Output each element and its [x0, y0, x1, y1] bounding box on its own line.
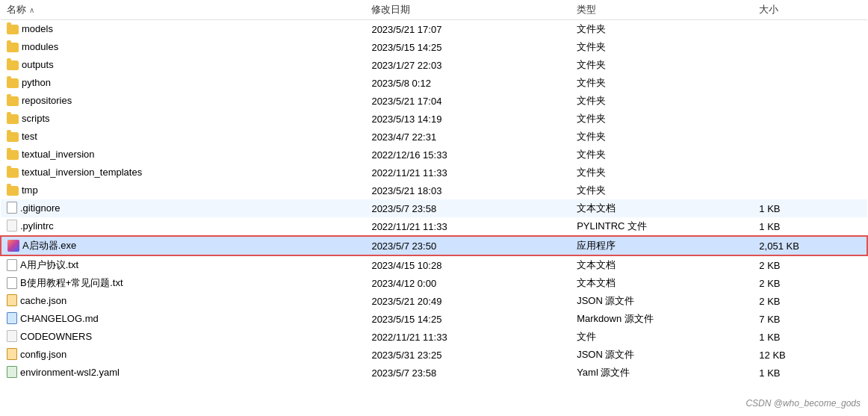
file-date: 2023/5/7 23:50: [365, 236, 571, 255]
file-icon-txt: [7, 277, 17, 289]
file-name-cell: models: [1, 20, 365, 39]
file-date: 2023/5/8 0:12: [365, 74, 571, 92]
file-name: A用户协议.txt: [20, 259, 78, 270]
col-header-name[interactable]: 名称 ∧: [1, 0, 365, 20]
file-name: python: [22, 77, 51, 88]
table-row[interactable]: tmp2023/5/21 18:03文件夹: [1, 181, 867, 199]
file-date: 2022/11/21 11:33: [365, 217, 571, 236]
file-name: .pylintrc: [20, 220, 54, 232]
table-row[interactable]: outputs2023/1/27 22:03文件夹: [1, 56, 867, 74]
file-type: 文件夹: [571, 181, 753, 199]
col-header-type[interactable]: 类型: [571, 0, 753, 20]
folder-icon: [7, 168, 19, 178]
file-name-cell: scripts: [1, 110, 365, 128]
file-date: 2023/5/15 14:25: [365, 310, 571, 328]
file-date: 2023/1/27 22:03: [365, 56, 571, 74]
file-name: A启动器.exe: [22, 240, 76, 251]
table-row[interactable]: textual_inversion2022/12/16 15:33文件夹: [1, 146, 867, 164]
file-name: cache.json: [20, 295, 66, 306]
file-icon-json: [7, 348, 17, 360]
file-icon-no-ext: [7, 330, 17, 342]
file-name-cell: environment-wsl2.yaml: [1, 364, 365, 382]
file-date: 2023/4/15 10:28: [365, 255, 571, 274]
file-name: textual_inversion_templates: [22, 167, 142, 178]
file-date: 2023/5/21 17:04: [365, 92, 571, 110]
file-date: 2023/5/21 17:07: [365, 20, 571, 39]
table-row[interactable]: B使用教程+常见问题.txt2023/4/12 0:00文本文档2 KB: [1, 274, 867, 292]
file-type: 文件夹: [571, 92, 753, 110]
file-date: 2022/11/21 11:33: [365, 164, 571, 181]
table-row[interactable]: A启动器.exe2023/5/7 23:50应用程序2,051 KB: [1, 236, 867, 255]
table-row[interactable]: models2023/5/21 17:07文件夹: [1, 20, 867, 39]
file-name: environment-wsl2.yaml: [20, 367, 120, 378]
file-name: test: [22, 131, 37, 142]
table-row[interactable]: scripts2023/5/13 14:19文件夹: [1, 110, 867, 128]
table-row[interactable]: cache.json2023/5/21 20:49JSON 源文件2 KB: [1, 292, 867, 310]
file-name: B使用教程+常见问题.txt: [20, 277, 123, 288]
file-type: 文件夹: [571, 110, 753, 128]
file-size: [753, 110, 867, 128]
table-row[interactable]: repositories2023/5/21 17:04文件夹: [1, 92, 867, 110]
file-name: CHANGELOG.md: [20, 313, 99, 324]
file-icon-json: [7, 294, 17, 306]
folder-icon: [7, 25, 19, 34]
file-type: 文件夹: [571, 38, 753, 56]
file-name-cell: repositories: [1, 92, 365, 110]
sort-arrow-name: ∧: [29, 6, 34, 14]
file-type: 文本文档: [571, 255, 753, 274]
file-size: 2,051 KB: [753, 236, 867, 255]
app-icon: [7, 240, 19, 252]
file-name: tmp: [22, 184, 38, 196]
file-name: modules: [22, 41, 58, 52]
file-size: [753, 128, 867, 146]
col-header-size[interactable]: 大小: [753, 0, 867, 20]
file-name-cell: CODEOWNERS: [1, 328, 365, 346]
table-row[interactable]: .gitignore2023/5/7 23:58文本文档1 KB: [1, 199, 867, 217]
file-name-cell: .pylintrc: [1, 217, 365, 236]
table-row[interactable]: environment-wsl2.yaml2023/5/7 23:58Yaml …: [1, 364, 867, 382]
file-date: 2022/12/16 15:33: [365, 146, 571, 164]
file-size: 2 KB: [753, 292, 867, 310]
file-type: 文件夹: [571, 164, 753, 181]
table-row[interactable]: textual_inversion_templates2022/11/21 11…: [1, 164, 867, 181]
file-name-cell: B使用教程+常见问题.txt: [1, 274, 365, 292]
file-name-cell: .gitignore: [1, 199, 365, 217]
file-name-cell: tmp: [1, 181, 365, 199]
col-header-date[interactable]: 修改日期: [365, 0, 571, 20]
file-name: .gitignore: [20, 202, 60, 214]
file-size: [753, 146, 867, 164]
file-size: 1 KB: [753, 328, 867, 346]
file-date: 2023/5/7 23:58: [365, 364, 571, 382]
file-date: 2023/5/21 20:49: [365, 292, 571, 310]
table-row[interactable]: CODEOWNERS2022/11/21 11:33文件1 KB: [1, 328, 867, 346]
table-row[interactable]: modules2023/5/15 14:25文件夹: [1, 38, 867, 56]
file-table: 名称 ∧ 修改日期 类型 大小 models2023/5/21 17:07文件夹…: [0, 0, 868, 382]
file-date: 2023/5/13 14:19: [365, 110, 571, 128]
file-date: 2023/5/21 18:03: [365, 181, 571, 199]
file-name: models: [22, 23, 53, 34]
file-icon-txt: [7, 202, 17, 214]
table-row[interactable]: test2023/4/7 22:31文件夹: [1, 128, 867, 146]
file-icon-yaml: [7, 366, 17, 378]
file-name-cell: A用户协议.txt: [1, 255, 365, 274]
file-size: [753, 38, 867, 56]
table-row[interactable]: config.json2023/5/31 23:25JSON 源文件12 KB: [1, 346, 867, 364]
file-size: [753, 92, 867, 110]
table-row[interactable]: .pylintrc2022/11/21 11:33PYLINTRC 文件1 KB: [1, 217, 867, 236]
folder-icon: [7, 78, 19, 88]
table-row[interactable]: CHANGELOG.md2023/5/15 14:25Markdown 源文件7…: [1, 310, 867, 328]
file-date: 2023/4/7 22:31: [365, 128, 571, 146]
file-icon-txt: [7, 259, 17, 271]
table-row[interactable]: A用户协议.txt2023/4/15 10:28文本文档2 KB: [1, 255, 867, 274]
file-size: [753, 20, 867, 39]
file-size: 2 KB: [753, 255, 867, 274]
file-name: config.json: [20, 349, 66, 360]
file-type: 文件夹: [571, 74, 753, 92]
file-type: 文件夹: [571, 20, 753, 39]
file-name-cell: modules: [1, 38, 365, 56]
file-size: [753, 181, 867, 199]
table-row[interactable]: python2023/5/8 0:12文件夹: [1, 74, 867, 92]
file-type: 文件夹: [571, 146, 753, 164]
file-size: [753, 164, 867, 181]
file-date: 2023/5/7 23:58: [365, 199, 571, 217]
